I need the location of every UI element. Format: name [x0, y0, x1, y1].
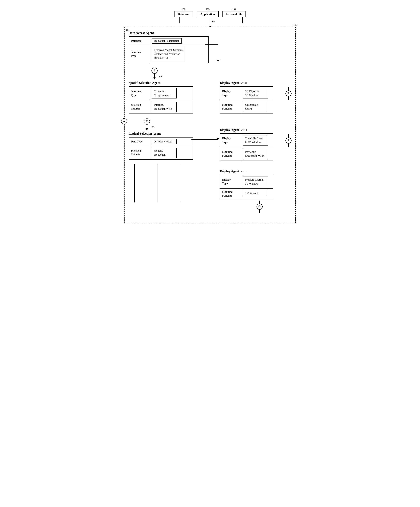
- display-agent-110-table: DisplayType Timed Pie Chartin 2D Window …: [220, 133, 273, 161]
- display-109-row-1: DisplayType 3D Object in3D Window: [220, 87, 273, 100]
- database-value: Production, Exploration: [150, 37, 184, 45]
- display-type-109-value: 3D Object in3D Window: [241, 87, 270, 100]
- ref-106-label: 106: [158, 75, 162, 78]
- display-type-111-label: DisplayType: [220, 175, 241, 188]
- selection-type-value: Reservoir Model, Surfaces,Contacts and P…: [150, 45, 187, 63]
- data-access-row-1: Database Production, Exploration: [129, 37, 208, 45]
- display-agent-110-section: Display Agent ↙110 DisplayType Timed Pie…: [220, 128, 292, 161]
- spatial-row-1: SelectionType ConnectedCompartments: [129, 87, 193, 100]
- display-agent-111-section: Display Agent ↙111 DisplayType Pressure …: [220, 169, 292, 213]
- circle-g-connector: G: [227, 201, 292, 213]
- mapping-fn-111-label: MappingFunction: [220, 189, 241, 199]
- database-label: Database: [129, 37, 150, 45]
- logical-agent-label: Logical Selection Agent: [129, 132, 210, 136]
- diagram-wrapper: 102 Database 103 Application 104 Externa…: [124, 8, 296, 223]
- circle-f-connector: F: [285, 134, 292, 148]
- selection-type-label: SelectionType: [129, 45, 150, 63]
- logical-data-type-value: Oil / Gas / Water: [150, 138, 179, 146]
- logical-selection-criteria-label: SelectionCriteria: [129, 146, 150, 159]
- spatial-agent-label: Spatial Selection Agent: [129, 81, 210, 85]
- circle-a: A: [121, 118, 127, 124]
- circle-c: C: [144, 119, 150, 125]
- circle-f: F: [285, 138, 292, 144]
- display-type-109-label: DisplayType: [220, 87, 241, 100]
- display-type-111-value: Pressure Chart in3D Window: [241, 175, 270, 188]
- display-type-110-label: DisplayType: [220, 134, 241, 147]
- spatial-selection-type-value: ConnectedCompartments: [150, 87, 179, 100]
- right-display-agents-col: Display Agent ↙109 DisplayType 3D Object…: [210, 81, 292, 217]
- ref-104: 104: [222, 8, 246, 11]
- ref-109: ↙109: [241, 82, 247, 84]
- spatial-selection-type-label: SelectionType: [129, 87, 150, 100]
- data-access-agent-table: Database Production, Exploration Selecti…: [129, 36, 209, 63]
- main-two-col: Spatial Selection Agent SelectionType Co…: [129, 81, 292, 217]
- logical-agent-table: Data Type Oil / Gas / Water SelectionCri…: [129, 137, 193, 160]
- circle-g: G: [256, 204, 263, 210]
- spatial-selection-agent-section: Spatial Selection Agent SelectionType Co…: [129, 81, 210, 114]
- ref-100: 100: [293, 23, 297, 27]
- display-type-110-value: Timed Pie Chartin 2D Window: [241, 134, 270, 147]
- ref-111: ↙111: [241, 170, 247, 173]
- application-source-box: Application: [197, 11, 219, 17]
- spatial-selection-criteria-value: Injection/Production Wells: [150, 100, 179, 113]
- circle-b-connector: B 106: [151, 68, 292, 79]
- bottom-vertical-lines: [134, 164, 210, 203]
- display-agent-111-label: Display Agent ↙111: [220, 169, 273, 173]
- display-111-row-1: DisplayType Pressure Chart in3D Window: [220, 175, 273, 189]
- logical-row-2: SelectionCriteria MonthlyProduction: [129, 146, 193, 159]
- logical-selection-criteria-value: MonthlyProduction: [150, 146, 179, 159]
- data-access-row-2: SelectionType Reservoir Model, Surfaces,…: [129, 45, 208, 63]
- svg-text:105: 105: [211, 20, 215, 23]
- display-agent-111-table: DisplayType Pressure Chart in3D Window M…: [220, 175, 273, 199]
- ref-108-label: 108: [151, 126, 154, 129]
- spatial-row-2: SelectionCriteria Injection/Production W…: [129, 100, 193, 113]
- display-111-row-2: MappingFunction TVD Coord.: [220, 189, 273, 199]
- display-110-row-2: MappingFunction Perf ZoneLocation in Wel…: [220, 147, 273, 161]
- top-arrows-svg: 105: [124, 17, 296, 27]
- data-access-agent-label: Data Access Agent: [129, 31, 292, 35]
- logical-data-type-label: Data Type: [129, 138, 150, 146]
- mapping-fn-111-value: TVD Coord.: [241, 189, 270, 199]
- ref-102: 102: [174, 8, 193, 11]
- mapping-fn-109-value: GeographicCoord.: [241, 100, 270, 113]
- circle-e: E: [285, 91, 292, 97]
- ref-110: ↙110: [241, 128, 247, 131]
- mapping-fn-110-label: MappingFunction: [220, 147, 241, 161]
- arrow-109-110: [222, 122, 292, 124]
- left-agents-col: Spatial Selection Agent SelectionType Co…: [129, 81, 210, 217]
- logical-selection-agent-section: Logical Selection Agent Data Type Oil / …: [129, 132, 210, 160]
- database-source-box: Database: [174, 11, 193, 17]
- mapping-fn-110-value: Perf ZoneLocation in Wells: [241, 147, 270, 161]
- circle-e-connector: E: [285, 87, 292, 100]
- spatial-selection-criteria-label: SelectionCriteria: [129, 100, 150, 113]
- display-110-row-1: DisplayType Timed Pie Chartin 2D Window: [220, 134, 273, 147]
- spatial-agent-table: SelectionType ConnectedCompartments Sele…: [129, 86, 193, 114]
- display-agent-109-label: Display Agent ↙109: [220, 81, 273, 85]
- external-file-source-box: External File: [222, 11, 246, 17]
- logical-row-1: Data Type Oil / Gas / Water: [129, 138, 193, 146]
- ref-103: 103: [197, 8, 219, 11]
- main-dashed-box: 100 101 A Data Access Agent Database Pro…: [124, 27, 296, 223]
- circle-c-connector: C 108: [144, 119, 210, 130]
- display-109-row-2: MappingFunction GeographicCoord.: [220, 100, 273, 113]
- mapping-fn-109-label: MappingFunction: [220, 100, 241, 113]
- data-access-agent-section: Data Access Agent Database Production, E…: [129, 31, 292, 63]
- display-agent-110-label: Display Agent ↙110: [220, 128, 273, 132]
- display-agent-109-table: DisplayType 3D Object in3D Window Mappin…: [220, 86, 273, 114]
- circle-b: B: [151, 68, 158, 74]
- display-agent-109-section: Display Agent ↙109 DisplayType 3D Object…: [220, 81, 292, 114]
